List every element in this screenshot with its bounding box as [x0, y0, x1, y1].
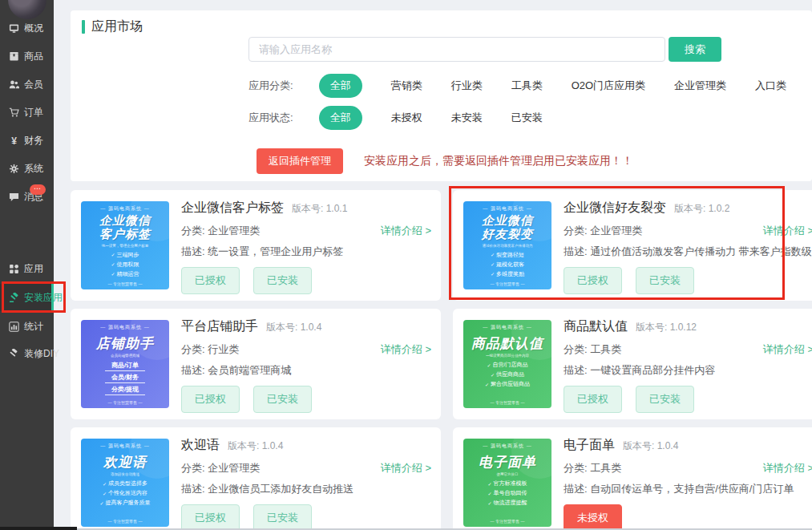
search-input[interactable] [248, 37, 665, 62]
thumb-title: 商品默认值 [463, 336, 551, 351]
status-badge-已授权[interactable]: 已授权 [564, 386, 622, 413]
sidebar-item-消息[interactable]: 消息⋯ [0, 183, 54, 210]
app-card[interactable]: — 源码电商系统 — 企业微信好友裂变 通过价值活动激发客户传播动力 ✓裂变路径… [453, 190, 812, 301]
app-name: 商品默认值 [564, 319, 628, 333]
detail-link[interactable]: 详情介绍 > [381, 461, 431, 475]
status-badge-已授权[interactable]: 已授权 [181, 504, 240, 530]
status-badge-已授权[interactable]: 已授权 [564, 267, 622, 294]
sidebar-item-概况[interactable]: 概况 [0, 14, 54, 42]
sidebar-item-label: 商品 [24, 50, 43, 63]
category-option-全部[interactable]: 全部 [319, 74, 362, 98]
sidebar-item-label: 统计 [24, 320, 43, 334]
thumb-banner: — 源码电商系统 — [81, 324, 169, 331]
check-icon: ✓ [103, 491, 107, 496]
finance-icon: ¥ [9, 136, 19, 146]
thumb-feature-list: ✓自营/门店商品✓供应商商品✓聚合供应链商品 [463, 361, 551, 388]
thumb-feature-item: ✓使用权限 [111, 261, 139, 269]
sidebar-item-label: 系统 [24, 162, 43, 176]
search-button[interactable]: 搜索 [669, 37, 721, 62]
sidebar-item-应用[interactable]: 应用 [0, 255, 54, 282]
notice-text: 安装应用之后，需要返回插件管理启用已安装应用！！ [364, 154, 633, 168]
thumb-footer: — 专注智慧零售 — [463, 400, 551, 405]
app-card[interactable]: — 源码电商系统 — 商品默认值 一键设置商品部分挂件内容 ✓自营/门店商品✓供… [453, 309, 812, 419]
category-filter-row: 应用分类: 全部营销类行业类工具类O2O门店应用类企业管理类入口类 [248, 74, 786, 98]
back-to-plugin-manager-button[interactable]: 返回插件管理 [257, 148, 343, 174]
overview-icon [9, 23, 19, 34]
thumb-footer: — 专注智慧零售 — [463, 519, 551, 524]
detail-link[interactable]: 详情介绍 > [763, 461, 812, 475]
thumb-feature-item: ✓个性化推送内容 [103, 489, 147, 497]
app-name: 欢迎语 [181, 438, 220, 451]
app-description: 描述: 自动回传运单号，支持自营/供应商/门店订单 [564, 482, 794, 496]
category-option-入口类[interactable]: 入口类 [755, 79, 786, 93]
detail-link[interactable]: 详情介绍 > [763, 224, 812, 238]
app-status-badges: 未授权 [564, 504, 622, 530]
app-title-row: 企业微信客户标签版本号: 1.0.1 [181, 200, 347, 216]
app-card[interactable]: — 源码电商系统 — 企业微信客户标签 统一设置，管理企业用户标签 ✓三端同步✓… [71, 190, 441, 301]
status-option-未安装[interactable]: 未安装 [451, 111, 483, 125]
thumb-feature-item: ✓单号自动回传 [487, 489, 527, 497]
category-option-工具类[interactable]: 工具类 [511, 79, 543, 93]
sidebar-item-装修DIY[interactable]: 装修DIY [0, 340, 54, 367]
status-badge-已安装[interactable]: 已安装 [253, 504, 312, 530]
orders-icon [9, 107, 19, 118]
status-badge-已安装[interactable]: 已安装 [253, 386, 312, 413]
detail-link[interactable]: 详情介绍 > [763, 342, 812, 357]
status-badge-未授权[interactable]: 未授权 [564, 504, 622, 530]
thumb-feature-item: ✓成员类型选择多 [103, 479, 147, 488]
status-badge-已授权[interactable]: 已授权 [181, 386, 240, 413]
thumb-feature-item: ✓规模化获客 [491, 261, 524, 269]
status-badge-已安装[interactable]: 已安装 [636, 386, 694, 413]
sidebar-item-订单[interactable]: 订单 [0, 99, 54, 126]
page-title: 应用市场 [82, 18, 143, 35]
app-status-badges: 已授权已安装 [181, 267, 312, 294]
sidebar-item-安装应用[interactable]: 安装应用 [0, 284, 54, 311]
category-option-营销类[interactable]: 营销类 [391, 79, 422, 93]
app-card[interactable]: — 源码电商系统 — 欢迎语 添加好友自动推送 ✓成员类型选择多✓个性化推送内容… [71, 427, 441, 530]
sidebar-item-label: 会员 [24, 78, 43, 91]
message-icon [9, 192, 19, 202]
status-option-全部[interactable]: 全部 [319, 106, 362, 130]
thumb-feature-list: ✓官方标准模板✓单号自动回传✓物流进度提醒 [463, 479, 551, 507]
category-option-企业管理类[interactable]: 企业管理类 [674, 79, 726, 93]
thumb-subtitle: 会员前端管理商城 [86, 353, 165, 357]
thumb-feature-item: ✓提高客户服务质量 [99, 499, 150, 507]
app-version: 版本号: 1.0.2 [674, 203, 729, 214]
app-card[interactable]: — 源码电商系统 — 店铺助手 会员前端管理商城 商品/订单会员/财务分类/提现… [71, 309, 441, 419]
install-icon [9, 293, 19, 303]
goods-icon [9, 51, 19, 62]
thumb-feature-list: ✓三端同步✓使用权限✓精细运营 [81, 251, 169, 278]
thumb-title: 企业微信好友裂变 [463, 214, 551, 241]
category-option-O2O门店应用类[interactable]: O2O门店应用类 [572, 79, 645, 93]
thumb-feature-item: ✓官方标准模板 [487, 479, 527, 488]
status-option-已安装[interactable]: 已安装 [511, 111, 543, 125]
status-badge-已授权[interactable]: 已授权 [181, 267, 240, 294]
check-icon: ✓ [487, 362, 491, 368]
status-badge-已安装[interactable]: 已安装 [253, 267, 312, 294]
sidebar-item-财务[interactable]: ¥财务 [0, 127, 54, 154]
check-icon: ✓ [491, 372, 495, 378]
app-name: 企业微信好友裂变 [564, 200, 666, 214]
detail-link[interactable]: 详情介绍 > [381, 224, 431, 238]
filter-panel: 应用市场 搜索 应用分类: 全部营销类行业类工具类O2O门店应用类企业管理类入口… [71, 10, 812, 181]
thumb-footer: — 专注智慧零售 — [463, 281, 551, 286]
check-icon: ✓ [103, 481, 107, 487]
thumb-footer: — 专注智慧零售 — [81, 519, 169, 524]
category-filter-label: 应用分类: [248, 79, 293, 93]
page-title-text: 应用市场 [91, 18, 143, 35]
app-card[interactable]: — 源码电商系统 — 电子面单 使用官方接口 ✓官方标准模板✓单号自动回传✓物流… [453, 427, 812, 530]
check-icon: ✓ [485, 382, 489, 387]
detail-link[interactable]: 详情介绍 > [381, 342, 431, 357]
stats-icon [9, 322, 19, 332]
sidebar-item-商品[interactable]: 商品 [0, 42, 54, 70]
thumb-banner: — 源码电商系统 — [81, 205, 169, 212]
sidebar-item-统计[interactable]: 统计 [0, 313, 54, 340]
sidebar-item-系统[interactable]: 系统 [0, 155, 54, 182]
status-option-未授权[interactable]: 未授权 [391, 111, 422, 125]
message-count-badge: ⋯ [30, 184, 46, 195]
app-name: 电子面单 [564, 438, 615, 451]
category-option-行业类[interactable]: 行业类 [451, 79, 483, 93]
sidebar-item-会员[interactable]: 会员 [0, 71, 54, 98]
members-icon [9, 79, 19, 90]
status-badge-已安装[interactable]: 已安装 [636, 267, 694, 294]
